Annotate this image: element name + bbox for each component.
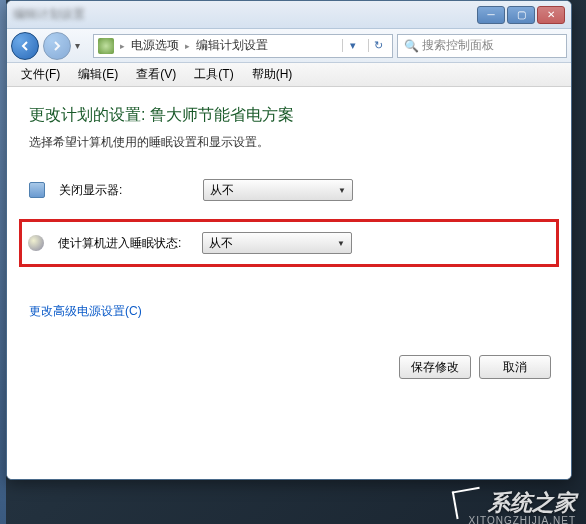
content-area: 更改计划的设置: 鲁大师节能省电方案 选择希望计算机使用的睡眠设置和显示设置。 … <box>7 87 571 479</box>
watermark-subtext: XITONGZHIJIA.NET <box>469 515 577 524</box>
address-dropdown-icon[interactable]: ▾ <box>342 39 362 52</box>
forward-button[interactable] <box>43 32 71 60</box>
breadcrumb-sep-icon: ▸ <box>120 41 125 51</box>
footer-buttons: 保存修改 取消 <box>399 355 551 379</box>
breadcrumb-edit-plan[interactable]: 编辑计划设置 <box>196 37 268 54</box>
search-placeholder: 搜索控制面板 <box>422 37 494 54</box>
arrow-left-icon <box>19 40 31 52</box>
menu-help[interactable]: 帮助(H) <box>244 64 301 85</box>
setting-row-sleep: 使计算机进入睡眠状态: 从不 <box>28 232 550 254</box>
sleep-label: 使计算机进入睡眠状态: <box>58 235 188 252</box>
cancel-button-label: 取消 <box>503 359 527 376</box>
display-off-value: 从不 <box>210 182 234 199</box>
breadcrumb-sep-icon: ▸ <box>185 41 190 51</box>
display-off-label: 关闭显示器: <box>59 182 189 199</box>
highlight-box: 使计算机进入睡眠状态: 从不 <box>19 219 559 267</box>
search-icon: 🔍 <box>404 39 418 53</box>
menu-bar: 文件(F) 编辑(E) 查看(V) 工具(T) 帮助(H) <box>7 63 571 87</box>
maximize-button[interactable]: ▢ <box>507 6 535 24</box>
watermark-text: 系统之家 <box>488 488 576 518</box>
nav-toolbar: ▾ ▸ 电源选项 ▸ 编辑计划设置 ▾ ↻ 🔍 搜索控制面板 <box>7 29 571 63</box>
refresh-icon[interactable]: ↻ <box>368 39 388 52</box>
page-subtext: 选择希望计算机使用的睡眠设置和显示设置。 <box>29 134 549 151</box>
window-buttons: ─ ▢ ✕ <box>477 6 565 24</box>
display-off-dropdown[interactable]: 从不 <box>203 179 353 201</box>
minimize-button[interactable]: ─ <box>477 6 505 24</box>
sleep-dropdown[interactable]: 从不 <box>202 232 352 254</box>
monitor-icon <box>29 182 45 198</box>
menu-tools[interactable]: 工具(T) <box>186 64 241 85</box>
save-button-label: 保存修改 <box>411 359 459 376</box>
back-button[interactable] <box>11 32 39 60</box>
advanced-settings-link[interactable]: 更改高级电源设置(C) <box>29 303 142 320</box>
sleep-value: 从不 <box>209 235 233 252</box>
menu-edit[interactable]: 编辑(E) <box>70 64 126 85</box>
watermark: 系统之家 <box>454 488 576 518</box>
titlebar: 编辑计划设置 ─ ▢ ✕ <box>7 1 571 29</box>
close-button[interactable]: ✕ <box>537 6 565 24</box>
menu-file[interactable]: 文件(F) <box>13 64 68 85</box>
save-button[interactable]: 保存修改 <box>399 355 471 379</box>
search-input[interactable]: 🔍 搜索控制面板 <box>397 34 567 58</box>
window-title: 编辑计划设置 <box>13 6 477 23</box>
power-options-icon <box>98 38 114 54</box>
address-bar[interactable]: ▸ 电源选项 ▸ 编辑计划设置 ▾ ↻ <box>93 34 393 58</box>
cancel-button[interactable]: 取消 <box>479 355 551 379</box>
history-dropdown-icon[interactable]: ▾ <box>75 40 89 51</box>
moon-icon <box>28 235 44 251</box>
arrow-right-icon <box>51 40 63 52</box>
setting-row-display: 关闭显示器: 从不 <box>29 179 549 201</box>
control-panel-window: 编辑计划设置 ─ ▢ ✕ ▾ ▸ 电源选项 ▸ 编辑计划设置 ▾ ↻ 🔍 搜索控… <box>6 0 572 480</box>
page-heading: 更改计划的设置: 鲁大师节能省电方案 <box>29 105 549 126</box>
breadcrumb-power-options[interactable]: 电源选项 <box>131 37 179 54</box>
menu-view[interactable]: 查看(V) <box>128 64 184 85</box>
